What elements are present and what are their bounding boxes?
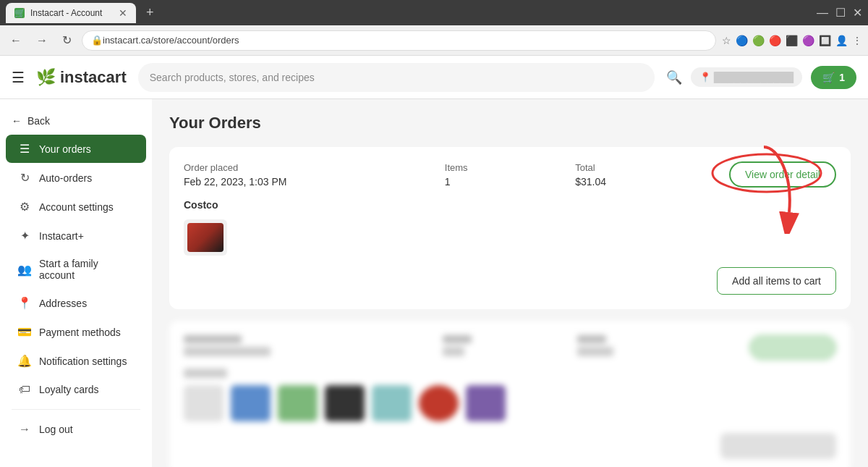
total-label: Total: [575, 162, 705, 173]
blurred-product-6: [419, 385, 459, 421]
close-button[interactable]: ✕: [853, 6, 862, 20]
family-icon: 👥: [17, 263, 32, 277]
add-all-to-cart-button[interactable]: Add all items to cart: [717, 267, 836, 295]
notification-icon: 🔔: [17, 354, 32, 368]
ext-icon-2[interactable]: 🟢: [752, 35, 765, 46]
blurred-placed: [184, 335, 434, 360]
sidebar-item-instacart-plus[interactable]: ✦ Instacart+: [6, 222, 146, 250]
auto-orders-icon: ↻: [17, 171, 32, 185]
blurred-store-name: [184, 369, 227, 378]
browser-extension-icons: ☆ 🔵 🟢 🔴 ⬛ 🟣 🔲 👤 ⋮: [722, 35, 862, 46]
logo-icon: 🌿: [36, 68, 56, 87]
order-total-col: Total $31.04: [575, 162, 705, 188]
sidebar-item-loyalty-cards[interactable]: 🏷 Loyalty cards: [6, 376, 146, 403]
new-tab-button[interactable]: +: [142, 5, 158, 20]
ext-icon-6[interactable]: 🔲: [819, 35, 831, 46]
search-bar[interactable]: Search products, stores, and recipes: [138, 63, 655, 92]
sidebar-item-notifications[interactable]: 🔔 Notification settings: [6, 347, 146, 375]
sidebar-label-payment: Payment methods: [39, 327, 121, 338]
sidebar-item-payment-methods[interactable]: 💳 Payment methods: [6, 318, 146, 346]
address-pin-icon: 📍: [17, 296, 32, 310]
blurred-footer: [184, 433, 836, 459]
browser-chrome: 🛒 Instacart - Account ✕ + — ☐ ✕: [0, 0, 868, 25]
reload-button[interactable]: ↻: [58, 30, 76, 50]
blurred-order-header: [184, 335, 836, 360]
view-detail-wrapper: View order detail: [729, 161, 836, 188]
placed-value: Feb 22, 2023, 1:03 PM: [184, 176, 445, 188]
sidebar-label-account-settings: Account settings: [39, 201, 114, 213]
sidebar-divider: [12, 409, 140, 410]
sidebar-item-auto-orders[interactable]: ↻ Auto-orders: [6, 164, 146, 192]
ext-icon-4[interactable]: ⬛: [786, 35, 798, 46]
browser-tab[interactable]: 🛒 Instacart - Account ✕: [6, 3, 136, 23]
hamburger-menu-button[interactable]: ☰: [12, 69, 25, 86]
order-placed-col: Order placed Feb 22, 2023, 1:03 PM: [184, 162, 445, 188]
window-controls: — ☐ ✕: [817, 6, 862, 20]
ext-icon-5[interactable]: 🟣: [802, 35, 814, 46]
store-name: Costco: [184, 199, 836, 211]
logo-text: instacart: [60, 68, 127, 87]
blurred-products: [184, 385, 836, 421]
sidebar-back-button[interactable]: ← Back: [0, 108, 152, 134]
order-items-col: Items 1: [445, 162, 575, 188]
sidebar-label-instacart-plus: Instacart+: [39, 230, 84, 242]
blurred-total: [577, 335, 702, 360]
items-value: 1: [445, 176, 575, 188]
sidebar-label-auto-orders: Auto-orders: [39, 172, 92, 184]
blurred-product-2: [231, 385, 271, 421]
view-order-detail-button[interactable]: View order detail: [729, 161, 836, 188]
location-pin-icon: 📍: [699, 72, 711, 83]
instacart-logo[interactable]: 🌿 instacart: [36, 68, 127, 87]
content-area: Your Orders Order placed Feb 22, 2023, 1…: [152, 99, 868, 467]
location-button[interactable]: 📍 ████████████: [691, 67, 803, 87]
back-label: Back: [27, 115, 50, 127]
tab-favicon: 🛒: [14, 8, 25, 18]
location-text: ████████████: [714, 72, 794, 83]
tab-close-button[interactable]: ✕: [119, 7, 127, 19]
minimize-button[interactable]: —: [817, 7, 828, 20]
blurred-product-4: [325, 385, 365, 421]
sidebar-item-your-orders[interactable]: ☰ Your orders: [6, 135, 146, 163]
search-button[interactable]: 🔍: [666, 70, 682, 85]
header-right: 🔍 📍 ████████████ 🛒 1: [666, 66, 856, 89]
url-text: instacart.ca/store/account/orders: [103, 35, 239, 46]
page-title: Your Orders: [169, 114, 851, 132]
sidebar-label-loyalty: Loyalty cards: [39, 384, 98, 395]
app-header: ☰ 🌿 instacart Search products, stores, a…: [0, 56, 868, 99]
address-bar-row: ← → ↻ 🔒 instacart.ca/store/account/order…: [0, 25, 868, 56]
menu-icon[interactable]: ⋮: [852, 35, 862, 46]
ext-icon-1[interactable]: 🔵: [736, 35, 748, 46]
search-placeholder-text: Search products, stores, and recipes: [150, 72, 315, 83]
lock-icon: 🔒: [91, 35, 103, 46]
blurred-view-detail: [711, 335, 836, 360]
maximize-button[interactable]: ☐: [835, 6, 846, 20]
ext-icon-3[interactable]: 🔴: [769, 35, 781, 46]
placed-label: Order placed: [184, 162, 445, 173]
address-bar[interactable]: 🔒 instacart.ca/store/account/orders: [82, 30, 716, 51]
bookmark-icon[interactable]: ☆: [722, 35, 731, 46]
cart-icon: 🛒: [822, 72, 835, 83]
blurred-product-3: [278, 385, 318, 421]
blurred-product-7: [466, 385, 506, 421]
sidebar-item-logout[interactable]: → Log out: [6, 416, 146, 443]
back-nav-button[interactable]: ←: [6, 31, 26, 50]
sidebar: ← Back ☰ Your orders ↻ Auto-orders ⚙ Acc…: [0, 99, 152, 467]
cart-button[interactable]: 🛒 1: [811, 66, 856, 89]
main-layout: ← Back ☰ Your orders ↻ Auto-orders ⚙ Acc…: [0, 99, 868, 467]
sidebar-label-family-account: Start a family account: [39, 258, 135, 281]
sidebar-label-addresses: Addresses: [39, 298, 87, 309]
sidebar-label-logout: Log out: [39, 424, 73, 435]
settings-icon: ⚙: [17, 200, 32, 214]
payment-icon: 💳: [17, 325, 32, 339]
sidebar-label-your-orders: Your orders: [39, 143, 91, 155]
sidebar-item-family-account[interactable]: 👥 Start a family account: [6, 251, 146, 288]
blurred-items: [443, 335, 568, 360]
sidebar-item-account-settings[interactable]: ⚙ Account settings: [6, 193, 146, 221]
forward-nav-button[interactable]: →: [32, 31, 52, 50]
tab-title: Instacart - Account: [30, 8, 102, 18]
logout-icon: →: [17, 423, 32, 436]
order-footer: Add all items to cart: [184, 267, 836, 295]
profile-icon[interactable]: 👤: [835, 35, 848, 46]
sidebar-item-addresses[interactable]: 📍 Addresses: [6, 289, 146, 317]
product-image-1: [184, 219, 227, 256]
